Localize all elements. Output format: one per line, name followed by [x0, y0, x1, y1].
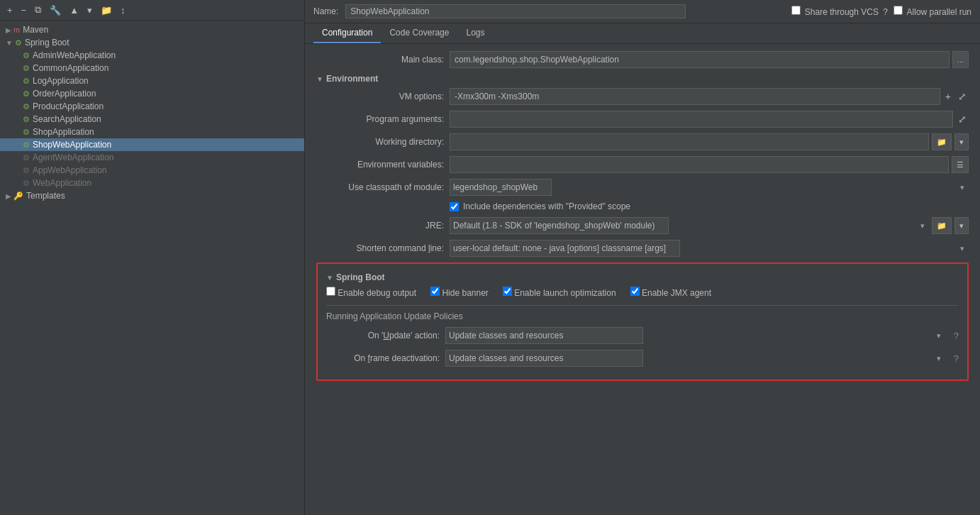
vm-options-resize-button[interactable]: ⤢	[956, 91, 969, 102]
sidebar-item-appweb[interactable]: ⚙ AppWebApplication	[0, 164, 304, 177]
share-vcs-label: Share through VCS ?	[791, 6, 888, 17]
folder-button[interactable]: 📁	[98, 4, 115, 17]
move-up-button[interactable]: ▲	[67, 4, 82, 17]
on-frame-select-wrapper: Update classes and resources Hot swap cl…	[445, 350, 945, 367]
jre-label: JRE:	[316, 221, 444, 231]
enable-jmx-checkbox[interactable]	[630, 287, 640, 296]
name-label: Name:	[313, 6, 338, 16]
add-button[interactable]: +	[4, 4, 16, 17]
program-args-row: Program arguments: ⤢	[316, 111, 969, 128]
tab-code-coverage[interactable]: Code Coverage	[381, 23, 457, 43]
maven-icon: m	[13, 26, 20, 34]
working-dir-input[interactable]	[450, 133, 929, 150]
sidebar-item-order[interactable]: ⚙ OrderApplication	[0, 87, 304, 100]
program-args-input[interactable]	[450, 111, 953, 128]
app-label-0: AdminWebApplication	[33, 50, 116, 60]
allow-parallel-label: Allow parallel run	[893, 6, 971, 17]
environment-section-header[interactable]: ▼ Environment	[316, 74, 969, 84]
env-vars-browse-button[interactable]: ☰	[952, 156, 969, 173]
sidebar-item-agentweb[interactable]: ⚙ AgentWebApplication	[0, 151, 304, 164]
policies-title: Running Application Update Policies	[326, 311, 959, 321]
on-update-select[interactable]: Update classes and resources Hot swap cl…	[445, 327, 643, 344]
classpath-label: Use classpath of module:	[316, 182, 444, 192]
on-frame-row: On frame deactivation: Update classes an…	[326, 350, 959, 367]
on-update-label: On 'Update' action:	[326, 331, 440, 340]
sidebar-item-common[interactable]: ⚙ CommonApplication	[0, 62, 304, 74]
sidebar-item-shopweb[interactable]: ⚙ ShopWebApplication	[0, 138, 304, 151]
vm-options-input[interactable]	[450, 88, 940, 105]
jre-dropdown-button[interactable]: ▾	[954, 217, 969, 234]
sidebar-item-shop[interactable]: ⚙ ShopApplication	[0, 126, 304, 138]
jre-field: Default (1.8 - SDK of 'legendshop_shopWe…	[450, 217, 969, 234]
main-class-browse-button[interactable]: ...	[952, 51, 969, 68]
enable-launch-checkbox[interactable]	[503, 287, 512, 296]
env-vars-input[interactable]	[450, 156, 949, 173]
chevron-button[interactable]: ▾	[84, 4, 95, 17]
working-dir-browse-button[interactable]: 📁	[932, 133, 952, 150]
app-icon-10: ⚙	[23, 179, 30, 188]
spring-boot-section: ▼ Spring Boot Enable debug output Hide b…	[316, 262, 969, 381]
on-frame-select[interactable]: Update classes and resources Hot swap cl…	[445, 350, 643, 367]
maven-arrow: ▶	[6, 26, 11, 34]
wrench-button[interactable]: 🔧	[47, 4, 64, 17]
sidebar-item-log[interactable]: ⚙ LogApplication	[0, 74, 304, 87]
main-class-label: Main class:	[316, 55, 444, 65]
program-args-label: Program arguments:	[316, 114, 444, 124]
on-update-select-wrapper: Update classes and resources Hot swap cl…	[445, 327, 945, 344]
program-args-resize-button[interactable]: ⤢	[956, 113, 969, 125]
header-row: Name: Share through VCS ? Allow parallel…	[305, 0, 980, 23]
remove-button[interactable]: −	[18, 4, 30, 17]
main-class-field: ...	[450, 51, 969, 68]
sidebar-item-maven[interactable]: ▶ m Maven	[0, 23, 304, 36]
enable-debug-checkbox[interactable]	[326, 287, 335, 296]
app-icon-5: ⚙	[23, 115, 30, 124]
environment-title: Environment	[326, 74, 378, 84]
spring-boot-section-header[interactable]: ▼ Spring Boot	[326, 272, 959, 282]
app-icon-7: ⚙	[23, 140, 30, 150]
vm-options-expand-button[interactable]: +	[943, 91, 953, 102]
classpath-select-wrapper: legendshop_shopWeb	[450, 179, 969, 196]
sidebar-item-search[interactable]: ⚙ SearchApplication	[0, 113, 304, 126]
app-icon-2: ⚙	[23, 77, 30, 86]
classpath-select[interactable]: legendshop_shopWeb	[450, 179, 552, 196]
sidebar-item-product[interactable]: ⚙ ProductApplication	[0, 100, 304, 113]
name-input[interactable]	[345, 4, 686, 18]
include-deps-checkbox[interactable]	[450, 202, 459, 211]
springboot-label: Spring Boot	[25, 38, 69, 48]
app-icon-1: ⚙	[23, 64, 30, 73]
allow-parallel-checkbox[interactable]	[893, 6, 903, 15]
content-area: Main class: ... ▼ Environment VM options…	[305, 44, 980, 515]
share-vcs-checkbox[interactable]	[791, 6, 801, 15]
tab-logs[interactable]: Logs	[457, 23, 493, 43]
springboot-icon: ⚙	[15, 38, 22, 48]
tab-configuration[interactable]: Configuration	[313, 23, 381, 43]
templates-icon: 🔑	[13, 192, 23, 201]
app-icon-3: ⚙	[23, 89, 30, 99]
shorten-select[interactable]: user-local default: none - java [options…	[450, 240, 680, 257]
working-dir-dropdown-button[interactable]: ▾	[954, 133, 969, 150]
jre-select[interactable]: Default (1.8 - SDK of 'legendshop_shopWe…	[450, 217, 669, 234]
classpath-row: Use classpath of module: legendshop_shop…	[316, 179, 969, 196]
copy-button[interactable]: ⧉	[32, 3, 44, 17]
sort-button[interactable]: ↕	[118, 4, 128, 17]
tabs-bar: Configuration Code Coverage Logs	[305, 23, 980, 44]
vm-options-field: + ⤢	[450, 88, 969, 105]
hide-banner-checkbox[interactable]	[430, 287, 440, 296]
spring-boot-checkboxes: Enable debug output Hide banner Enable l…	[326, 287, 959, 298]
jre-browse-button[interactable]: 📁	[932, 217, 952, 234]
sidebar-item-webapp[interactable]: ⚙ WebApplication	[0, 177, 304, 189]
maven-label: Maven	[23, 25, 48, 35]
sidebar-item-templates[interactable]: ▶ 🔑 Templates	[0, 189, 304, 202]
on-update-row: On 'Update' action: Update classes and r…	[326, 327, 959, 344]
app-label-3: OrderApplication	[33, 89, 96, 99]
main-class-input[interactable]	[450, 51, 950, 68]
environment-arrow: ▼	[316, 75, 323, 83]
app-icon-6: ⚙	[23, 128, 30, 137]
app-label-8: AgentWebApplication	[33, 153, 114, 162]
sidebar-item-springboot[interactable]: ▼ ⚙ Spring Boot	[0, 36, 304, 49]
sidebar-toolbar: + − ⧉ 🔧 ▲ ▾ 📁 ↕	[0, 0, 304, 21]
sidebar-item-adminweb[interactable]: ⚙ AdminWebApplication	[0, 49, 304, 62]
sidebar: + − ⧉ 🔧 ▲ ▾ 📁 ↕ ▶ m Maven ▼ ⚙ Spring Boo…	[0, 0, 305, 515]
spring-boot-arrow: ▼	[326, 274, 333, 282]
app-label-5: SearchApplication	[33, 114, 101, 124]
